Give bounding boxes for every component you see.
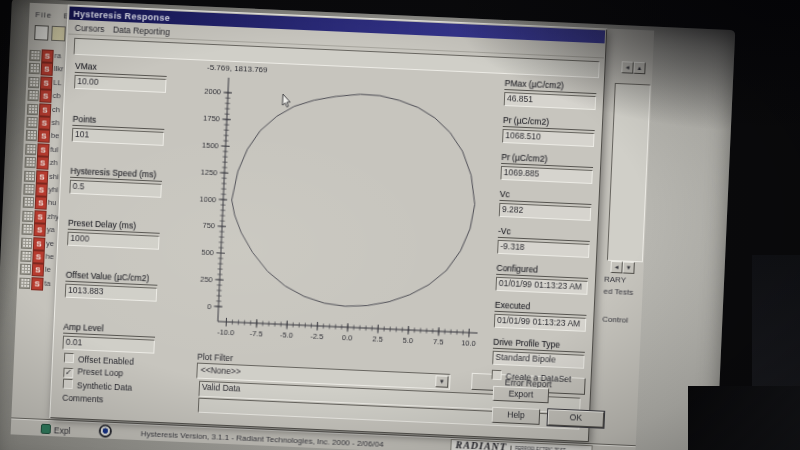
task-s-icon: S [38,116,51,130]
expand-grid-icon[interactable] [21,224,32,235]
points-input[interactable]: 101 [72,128,165,146]
expand-grid-icon[interactable] [26,130,37,141]
field-preset-delay: Preset Delay (ms) 1000 [67,218,160,250]
explorer-button-fragment[interactable]: Expl [41,424,71,436]
expand-grid-icon[interactable] [28,77,39,88]
scroll-down-icon[interactable]: ▼ [622,261,635,274]
field-executed: Executed 01/01/99 01:13:23 AM [494,300,587,332]
new-document-icon[interactable] [34,25,49,41]
expand-grid-icon[interactable] [20,264,31,275]
tree-row[interactable]: Scb [26,89,67,104]
tree-row[interactable]: Ssh [25,116,66,131]
tree-row[interactable]: Sra [28,49,69,64]
checkbox-icon[interactable] [491,370,501,380]
tree-row[interactable]: Szh [23,156,64,171]
photo-of-monitor: File Edit SraSllkrSLLScbSchSshSbeSfulSzh… [0,0,800,450]
comments-label: Comments [62,393,103,405]
hysteresis-speed-input[interactable]: 0.5 [69,180,162,198]
tree-row-label: cb [52,91,60,100]
expand-grid-icon[interactable] [24,170,35,181]
task-s-icon: S [41,49,54,63]
checkbox-icon[interactable] [64,353,74,363]
radiant-eye-logo-icon [99,424,113,438]
tree-row[interactable]: SLL [27,76,68,91]
tree-row-label: yhi [48,185,58,194]
menu-cursors[interactable]: Cursors [75,21,105,34]
tree-row[interactable]: Sful [24,142,65,157]
tree-row[interactable]: Sye [20,236,61,251]
expand-grid-icon[interactable] [29,63,40,74]
task-s-icon: S [37,143,50,157]
expand-grid-icon[interactable] [29,50,40,61]
expand-grid-icon[interactable] [25,144,36,155]
svg-text:-7.5: -7.5 [250,329,263,339]
tree-row[interactable]: Syhi [22,183,63,198]
tree-row[interactable]: Sle [19,263,60,278]
hysteresis-chart: -5.769, 1813.769 02505007501000125015001… [171,60,497,360]
expand-grid-icon[interactable] [23,184,34,195]
checkbox-synthetic-data[interactable]: Synthetic Data [63,379,133,394]
svg-text:-5.0: -5.0 [280,330,293,340]
scroll-left-icon[interactable]: ◄ [621,61,634,74]
export-button[interactable]: Export [493,386,550,403]
tree-row-label: ta [44,279,51,288]
ok-button[interactable]: OK [548,409,605,427]
mouse-cursor-icon [281,94,292,108]
pr1-output: 1068.510 [502,129,595,147]
help-button[interactable]: Help [492,407,541,425]
svg-text:1500: 1500 [202,141,219,151]
task-s-icon: S [38,130,51,144]
offset-value-input[interactable]: 1013.883 [65,284,158,302]
tree-row[interactable]: Sllkr [28,62,69,77]
svg-text:2000: 2000 [204,87,221,97]
expand-grid-icon[interactable] [24,157,35,168]
expand-grid-icon[interactable] [21,237,32,248]
tree-row[interactable]: She [19,250,60,265]
expand-grid-icon[interactable] [22,210,33,221]
svg-text:-10.0: -10.0 [217,327,234,337]
scroll-left-icon[interactable]: ◄ [610,261,623,274]
tree-row[interactable]: Sya [20,223,61,238]
vc-output: 9.282 [499,203,592,221]
tree-row-label: shi [49,171,59,180]
tree-row[interactable]: Sbe [25,129,66,144]
bg-menu-file[interactable]: File [35,10,52,20]
preset-delay-input[interactable]: 1000 [67,232,160,250]
field-vmax: VMax 10.00 [74,61,167,93]
expand-grid-icon[interactable] [19,277,30,288]
checkbox-icon[interactable] [63,379,73,389]
expand-grid-icon[interactable] [27,103,38,114]
svg-text:7.5: 7.5 [433,337,444,346]
expand-grid-icon[interactable] [23,197,34,208]
tree-row[interactable]: Sch [26,102,67,117]
pmax-output: 46.851 [504,92,597,110]
field-neg-vc: -Vc -9.318 [497,226,590,258]
task-s-icon: S [35,197,48,211]
expand-grid-icon[interactable] [27,90,38,101]
tree-row[interactable]: Sta [18,276,59,291]
tree-row[interactable]: Shu [22,196,63,211]
amp-level-input[interactable]: 0.01 [62,336,155,354]
tree-row[interactable]: Sshi [23,169,64,184]
tree-row-label: zh [50,158,58,167]
monitor-scene: File Edit SraSllkrSLLScbSchSshSbeSfulSzh… [0,0,735,450]
tree-row[interactable]: Szhy [21,209,62,224]
tree-row-label: ful [50,145,58,154]
task-s-icon: S [33,237,46,251]
radiant-tagline-1: FERROELECTRIC TEST [515,445,566,450]
tests-panel-fragment: ed Tests [603,287,633,297]
crt-screen: File Edit SraSllkrSLLScbSchSshSbeSfulSzh… [11,3,655,450]
open-folder-icon[interactable] [51,26,66,42]
expand-grid-icon[interactable] [20,251,31,262]
field-pmax: PMax (µC/cm2) 46.851 [504,78,597,110]
checkmark-icon[interactable]: ✓ [63,368,73,378]
dropdown-arrow-icon[interactable]: ▼ [435,375,449,388]
program-icon [41,424,51,434]
neg-vc-output: -9.318 [497,240,590,258]
task-s-icon: S [39,90,52,104]
configured-output: 01/01/99 01:13:23 AM [495,277,588,295]
scroll-up-icon[interactable]: ▲ [633,62,646,75]
vmax-input[interactable]: 10.00 [74,75,167,93]
menu-data-reporting[interactable]: Data Reporting [113,23,171,38]
expand-grid-icon[interactable] [26,117,37,128]
